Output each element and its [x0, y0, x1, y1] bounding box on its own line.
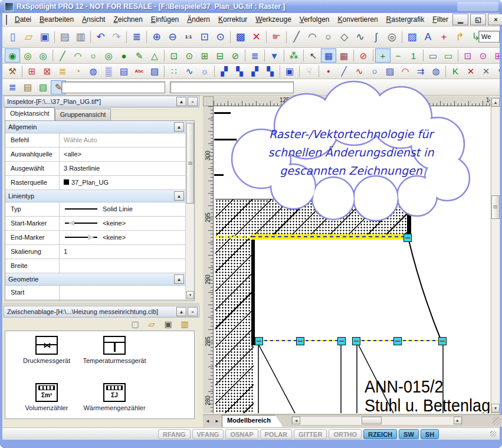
trace-arrows-icon[interactable]: ⇉ — [413, 64, 428, 79]
trace-fill-icon[interactable]: ◍ — [428, 64, 444, 79]
select-polygon-icon[interactable]: △ — [147, 48, 162, 63]
print-preview-icon[interactable]: ▤ — [57, 28, 73, 46]
open-file-icon[interactable]: ▱ — [21, 28, 37, 46]
color-combobox[interactable]: We — [478, 31, 500, 42]
layer-manager-icon[interactable]: ≣ — [5, 80, 20, 94]
tab-gruppenansicht[interactable]: Gruppenansicht — [55, 109, 111, 120]
draw-polyline-icon[interactable]: ∿ — [352, 28, 368, 46]
property-value[interactable]: <alle> — [60, 148, 186, 161]
zoom-window-icon[interactable]: ⊡ — [196, 28, 212, 46]
disable-raster-snap-icon[interactable]: ⊘ — [356, 48, 371, 63]
symbol-druckmessger-t[interactable]: ⋈Druckmessgerät — [8, 336, 85, 364]
smart-trace-icon[interactable]: K — [448, 64, 463, 79]
minimize-button[interactable]: ▁ — [452, 14, 468, 25]
inspector-panel-header[interactable]: Inspektor-[F:\...\37_Plan_UG.tif*] ▲ × — [4, 96, 199, 107]
selection-handle[interactable] — [337, 337, 346, 345]
selection-handle[interactable] — [438, 337, 447, 345]
image-export-icon[interactable]: ▧ — [35, 80, 51, 94]
select-pencil-icon[interactable]: ✎ — [132, 48, 147, 63]
clipboard-panel-header[interactable]: Zwischenablage-[H:\...\Heizung messeinri… — [4, 306, 199, 318]
select-crossing-poly-icon[interactable]: ⊟ — [212, 48, 228, 63]
section-header-linientyp[interactable]: Linientyp▲ — [5, 190, 186, 202]
property-value[interactable] — [60, 300, 186, 301]
menu-werkzeuge[interactable]: Werkzeuge — [251, 14, 295, 25]
property-value[interactable]: 3 Rasterlinie — [60, 162, 186, 175]
draw-ellipse-icon[interactable]: ◎ — [384, 28, 400, 46]
draw-circle-icon[interactable]: ○ — [320, 28, 336, 46]
node-edit-icon[interactable]: ⁂ — [286, 48, 301, 63]
color-balls-icon[interactable]: ∷ — [166, 64, 182, 79]
status-toggle-polar[interactable]: POLAR — [260, 429, 293, 439]
selection-handle[interactable] — [393, 337, 402, 345]
draw-line-icon[interactable]: ╱ — [288, 28, 304, 46]
select-line-icon[interactable]: ╱ — [55, 48, 70, 63]
status-toggle-sh[interactable]: SH — [421, 429, 439, 439]
status-toggle-rfang[interactable]: RFANG — [158, 429, 191, 439]
status-toggle-ortho[interactable]: ORTHO — [329, 429, 362, 439]
library-open-icon[interactable]: ▱ — [144, 317, 159, 331]
undo-icon[interactable]: ↶ — [93, 28, 109, 46]
clipboard-collapse-button[interactable]: ▲ — [176, 307, 186, 316]
section-collapse-icon[interactable]: ▲ — [174, 274, 184, 284]
selection-single-icon[interactable]: 1 — [406, 48, 421, 63]
selection-subtract-icon[interactable]: − — [391, 48, 406, 63]
symbol-w-rmemengenz-hler[interactable]: ΣJWärmemengenzähler — [76, 383, 153, 411]
close-button[interactable]: × — [488, 14, 502, 25]
select-zoom-poly-icon[interactable]: ◎ — [35, 48, 51, 63]
select-list-icon[interactable]: ≣ — [247, 48, 263, 63]
inspector-close-button[interactable]: × — [188, 97, 198, 106]
save-file-icon[interactable]: ▣ — [37, 28, 53, 46]
style-combobox[interactable] — [170, 81, 294, 93]
status-toggle-rzeich[interactable]: RZEICH — [363, 429, 397, 439]
draw-arc-icon[interactable]: ◠ — [304, 28, 320, 46]
transfer-overlay-icon[interactable]: ▭ — [441, 48, 456, 63]
options-tools-icon[interactable]: ⚒ — [5, 64, 20, 79]
menu-ansicht[interactable]: Ansicht — [78, 14, 109, 25]
scrollbar-thumb[interactable] — [362, 417, 382, 424]
menu-einf-gen[interactable]: Einfügen — [147, 14, 183, 25]
raster-crossing-rect-icon[interactable]: ⊞ — [491, 48, 500, 63]
erase-trace-icon[interactable]: ✕ — [463, 64, 478, 79]
scroll-left-icon[interactable]: ◄ — [292, 417, 300, 424]
tab-objektansicht[interactable]: Objektansicht — [5, 107, 55, 120]
menu-filter[interactable]: Filter — [428, 14, 452, 25]
library-save-icon[interactable]: ▣ — [160, 317, 176, 331]
raster-frame-icon[interactable]: ▣ — [282, 64, 297, 79]
raster-dither-icon[interactable]: ▒ — [101, 64, 116, 79]
cut-trace-icon[interactable]: ✕ — [478, 64, 494, 79]
vertical-scrollbar[interactable]: ▲ ▼ — [491, 97, 500, 413]
pick-color-icon[interactable]: ☟ — [301, 64, 317, 79]
property-value[interactable]: 37_Plan_UG — [60, 176, 186, 189]
trace-point-icon[interactable]: • — [321, 64, 336, 79]
title-bar[interactable]: RxSpotlight PRO 12 - NOT FOR RESALE - [F… — [0, 0, 502, 13]
section-header-geometrie[interactable]: Geometrie▲ — [5, 273, 186, 286]
menu-verfolgen[interactable]: Verfolgen — [296, 14, 334, 25]
layer-combobox[interactable] — [61, 81, 165, 93]
property-grid-scrollbar[interactable]: ▼ — [185, 121, 194, 300]
raster-grid-points-icon[interactable]: ⊠ — [40, 64, 55, 79]
property-value[interactable]: <keine> — [60, 217, 186, 230]
raster-text-ann[interactable]: ANN-015/2 — [365, 377, 444, 397]
property-value[interactable]: Wähle Auto — [60, 133, 186, 147]
raster-deskew-icon[interactable]: ▞ — [216, 64, 232, 79]
raster-select-rect-icon[interactable]: ⊡ — [460, 48, 475, 63]
cursor-select-icon[interactable]: ↖ — [306, 48, 321, 63]
restore-button[interactable]: ◱ — [470, 14, 486, 25]
copy-to-layer-icon[interactable]: ↱ — [452, 28, 468, 46]
status-toggle-sw[interactable]: SW — [399, 429, 419, 439]
menu-konvertieren[interactable]: Konvertieren — [334, 14, 382, 25]
menu-zeichnen[interactable]: Zeichnen — [109, 14, 146, 25]
property-value[interactable] — [60, 259, 186, 273]
pick-trace-icon[interactable]: ↖ — [494, 64, 500, 79]
statusbar-resize-grip[interactable] — [490, 431, 496, 437]
door-swing-arc[interactable] — [409, 240, 443, 345]
raster-select-mode-icon[interactable]: ▦ — [321, 48, 336, 63]
trace-hatch-icon[interactable]: ▨ — [382, 64, 398, 79]
raster-rotate-icon[interactable]: ▚ — [232, 64, 247, 79]
draw-rect-icon[interactable]: ◇ — [336, 28, 352, 46]
selection-handle[interactable] — [255, 337, 263, 345]
histogram-icon[interactable]: ∿ — [182, 64, 197, 79]
library-as-icon[interactable]: ▥ — [177, 317, 192, 331]
draw-point-icon[interactable]: + — [436, 28, 452, 46]
zoom-in-icon[interactable]: ⊕ — [149, 28, 165, 46]
